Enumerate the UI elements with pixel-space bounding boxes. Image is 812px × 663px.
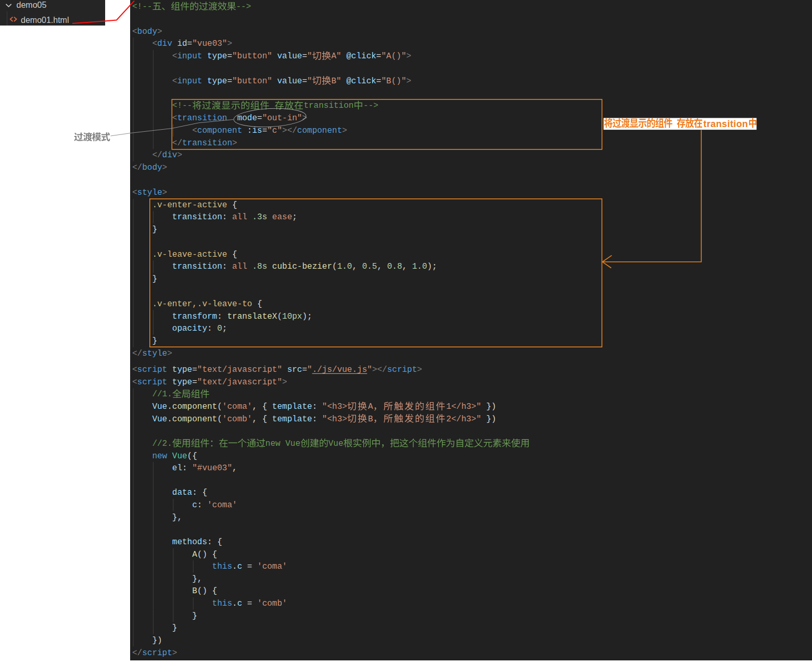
svg-text:id: id [177, 39, 187, 48]
svg-text:Vue: Vue [152, 402, 167, 411]
svg-text:<: < [132, 365, 137, 374]
svg-text:c: c [237, 599, 243, 608]
svg-text:"#vue03": "#vue03" [192, 464, 232, 473]
svg-text:1</h3>": 1</h3>" [446, 402, 481, 411]
svg-text:></: ></ [372, 365, 387, 374]
svg-text:Vue: Vue [328, 439, 344, 448]
svg-text:);: ); [427, 262, 437, 271]
svg-text:=: = [242, 599, 257, 608]
svg-text:mode: mode [237, 114, 257, 123]
svg-text:template: template [272, 402, 312, 411]
svg-text:"B()": "B()" [381, 77, 406, 86]
svg-text:>: > [227, 39, 232, 48]
svg-text::is: :is [247, 126, 262, 135]
svg-text::: : [182, 464, 192, 473]
svg-text:.v-enter-active: .v-enter-active [152, 201, 227, 210]
svg-text:el: el [172, 464, 182, 473]
svg-text:>: > [417, 365, 422, 374]
svg-text:>: > [282, 378, 287, 387]
svg-text:"c": "c" [267, 126, 282, 135]
svg-text:all: all [232, 212, 247, 222]
svg-text:demo01.html: demo01.html [21, 16, 69, 24]
svg-text:'coma': 'coma' [222, 402, 252, 411]
svg-text:src: src [287, 365, 302, 374]
svg-text:=: = [302, 365, 307, 374]
svg-text:>: > [406, 52, 411, 61]
svg-text:}): }) [481, 415, 497, 424]
svg-text:<: < [172, 77, 177, 86]
svg-text:body: body [137, 27, 158, 36]
svg-text://1.: //1. [152, 390, 172, 399]
svg-text:Vue: Vue [152, 415, 167, 424]
svg-text:({: ({ [187, 452, 197, 461]
svg-text:opacity: opacity [172, 324, 208, 333]
svg-text:</: </ [152, 151, 162, 160]
svg-text:<!--: <!-- [132, 2, 152, 11]
svg-text:type: type [207, 77, 227, 86]
svg-text:ease: ease [272, 212, 292, 222]
svg-text:></: ></ [282, 126, 297, 135]
svg-text:<: < [152, 39, 157, 48]
svg-text:>: > [177, 151, 182, 160]
svg-text:B: B [192, 586, 197, 596]
svg-text:demo05: demo05 [17, 1, 47, 9]
svg-text::: : [312, 402, 322, 411]
svg-text:'comb': 'comb' [257, 599, 287, 608]
svg-text:.8s: .8s [252, 262, 267, 271]
svg-text:"A()": "A()" [381, 52, 406, 61]
svg-text:;: ; [222, 324, 227, 333]
svg-text:": " [307, 365, 312, 374]
svg-text:>: > [162, 163, 168, 172]
svg-text:=: = [192, 365, 197, 374]
svg-text:{: { [252, 299, 262, 309]
svg-text:translateX: translateX [227, 312, 277, 321]
svg-text:<: < [192, 126, 197, 135]
svg-text:input: input [177, 52, 202, 61]
svg-text:<: < [172, 114, 177, 123]
svg-text:},: }, [192, 574, 202, 584]
svg-text:}): }) [481, 402, 497, 411]
svg-text:<: < [172, 52, 177, 61]
svg-text::: : [207, 324, 217, 333]
svg-text:c: c [237, 562, 243, 571]
svg-text:body: body [142, 163, 162, 172]
svg-text::: : [222, 212, 232, 222]
svg-text:transition: transition [172, 212, 222, 222]
svg-text:() {: () { [197, 550, 217, 559]
svg-text:</: </ [132, 163, 142, 172]
svg-text:1.0: 1.0 [337, 262, 352, 271]
svg-text:.3s: .3s [252, 212, 267, 222]
svg-text:this: this [212, 562, 232, 571]
svg-text:"text/javascript": "text/javascript" [197, 378, 282, 387]
svg-text:value: value [277, 77, 302, 86]
svg-text:.v-leave-active: .v-leave-active [152, 250, 227, 259]
svg-text:(: ( [332, 262, 337, 271]
svg-text:>: > [162, 188, 168, 197]
svg-text:=: = [376, 77, 382, 86]
svg-text:=: = [302, 52, 307, 61]
svg-text:>: > [167, 349, 172, 358]
svg-text:style: style [137, 188, 162, 197]
svg-text:methods: methods [172, 537, 207, 547]
svg-text:() {: () { [197, 586, 217, 596]
svg-text:"button": "button" [232, 77, 272, 86]
svg-text:new: new [152, 452, 167, 461]
svg-text:>: > [232, 139, 237, 148]
svg-text:"text/javascript": "text/javascript" [197, 365, 282, 374]
svg-text:},: }, [172, 513, 182, 522]
svg-text:(: ( [217, 415, 222, 424]
svg-text::: : [222, 262, 232, 271]
svg-text:.: . [232, 562, 237, 571]
svg-text:type: type [172, 378, 192, 387]
svg-text:": " [307, 77, 312, 86]
svg-text:-->: --> [363, 101, 378, 110]
svg-text:.: . [167, 415, 172, 424]
svg-text:all: all [232, 262, 247, 271]
svg-text:B: B [368, 415, 373, 424]
svg-text:>: > [406, 77, 411, 86]
svg-text:}): }) [152, 636, 162, 645]
svg-text:,: , [352, 262, 362, 271]
svg-text:div: div [162, 151, 177, 160]
svg-text:=: = [227, 52, 232, 61]
svg-text:": " [367, 365, 372, 374]
